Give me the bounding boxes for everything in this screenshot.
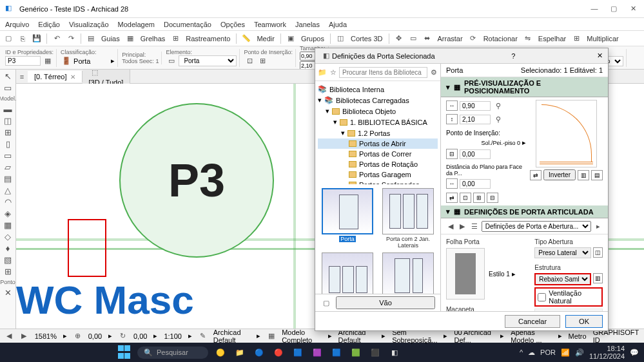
excel-icon[interactable]: 🟩 — [349, 345, 363, 359]
tree-carregadas[interactable]: ▾📚Bibliotecas Carregadas — [318, 95, 438, 106]
roof-tool[interactable]: △ — [1, 185, 14, 196]
pan-status-icon[interactable]: ⊕ — [73, 330, 82, 342]
elemento-select[interactable]: Porta — [179, 55, 237, 66]
tab-close-icon[interactable]: ✕ — [70, 73, 75, 81]
redo-icon[interactable]: ↷ — [65, 33, 77, 44]
menu-teamwork[interactable]: Teamwork — [254, 21, 286, 28]
slab-tool[interactable]: ▱ — [1, 162, 14, 173]
dlg-height[interactable] — [460, 115, 491, 124]
tree-interna[interactable]: 📚Biblioteca Interna — [318, 84, 438, 95]
vao-button[interactable]: Vão — [336, 296, 435, 309]
panel-def-header[interactable]: ▾▦DEFINIÇÕES DE PORTA ARTICULADA — [441, 205, 608, 218]
tray-cloud-icon[interactable]: ☁ — [528, 348, 535, 357]
wall-tool[interactable]: ▬ — [1, 104, 14, 115]
hotspot-tool[interactable]: ✕ — [1, 287, 14, 298]
dialog-close-button[interactable]: ✕ — [597, 52, 603, 60]
multiply-icon[interactable]: ⊞ — [571, 33, 582, 44]
tray-lang[interactable]: POR — [540, 348, 556, 356]
tipo-select[interactable]: Preso Lateral — [534, 247, 591, 258]
cancel-button[interactable]: Cancelar — [505, 315, 560, 328]
mesh-tool[interactable]: ⊞ — [1, 266, 14, 277]
cut3d-label[interactable]: Cortes 3D — [349, 35, 385, 43]
groups-label[interactable]: Grupos — [299, 35, 326, 43]
nav-list-icon[interactable]: ☰ — [470, 220, 479, 232]
width-icon[interactable]: ↔ — [446, 100, 458, 111]
element-icon[interactable]: ▭ — [166, 55, 177, 67]
outlook-icon[interactable]: 🟦 — [291, 345, 305, 359]
inverter-button2[interactable]: Inverter — [543, 169, 576, 180]
guides-icon[interactable]: ▤ — [85, 33, 97, 44]
menu-visualizacao[interactable]: Visualização — [69, 21, 109, 28]
measure-label[interactable]: Medir — [255, 35, 277, 43]
thumb-2jan-trav[interactable]: Porta com 2 Jan. Laterais e Travessa — [319, 252, 376, 294]
ventilacao-checkbox[interactable] — [538, 293, 546, 301]
save-icon[interactable]: 💾 — [31, 33, 43, 44]
door-tool[interactable]: ◫ — [1, 115, 14, 126]
scale-value[interactable]: 1:100 — [164, 332, 182, 340]
menu-documentacao[interactable]: Documentação — [164, 21, 211, 28]
subnav-more-icon[interactable]: ▸ — [594, 220, 603, 232]
new-icon[interactable]: ▢ — [3, 33, 14, 44]
zoom-in-icon[interactable]: ▶ — [20, 330, 28, 342]
rotate-icon[interactable]: ⟳ — [467, 33, 479, 44]
library-search-input[interactable] — [339, 67, 427, 78]
dist-input2[interactable] — [460, 179, 491, 189]
thumb-luz-lateral[interactable]: Porta com Luz Lateral no Lado 1 — [380, 252, 436, 294]
menu-janelas[interactable]: Janelas — [295, 21, 320, 28]
tray-chevron-icon[interactable]: ^ — [520, 348, 523, 356]
ventilacao-check-row[interactable]: Ventilação Natural — [534, 287, 603, 307]
link-icon2[interactable]: ⚲ — [493, 113, 504, 125]
tray-date[interactable]: 11/12/2024 — [589, 352, 625, 360]
explorer-icon[interactable]: 📁 — [233, 345, 247, 359]
multiply-label[interactable]: Multiplicar — [585, 35, 621, 43]
star-icon[interactable]: ☆ — [329, 66, 337, 78]
dist-icon2[interactable]: ↔ — [446, 178, 458, 189]
tray-notif-icon[interactable]: 💬 — [630, 348, 639, 357]
pen-set[interactable]: Archicad Default — [213, 329, 251, 344]
marquee-tool[interactable]: ▭ — [1, 82, 14, 93]
beam-tool[interactable]: ▭ — [1, 150, 14, 161]
tray-volume-icon[interactable]: 🔊 — [575, 348, 584, 357]
minimize-button[interactable]: — — [589, 5, 600, 13]
subnav-select[interactable]: Definições de Porta e Abertura... — [482, 221, 591, 232]
zoom-out-icon[interactable]: ◀ — [5, 330, 14, 342]
copilot-icon[interactable]: 🟡 — [213, 345, 228, 359]
link-icon[interactable]: ⚲ — [493, 100, 504, 111]
window-tool[interactable]: ⊞ — [1, 127, 14, 138]
nav-next-icon[interactable]: ▶ — [458, 220, 467, 232]
door-marker-circle[interactable]: P3 — [119, 103, 274, 258]
mirror-icon[interactable]: ⇋ — [522, 33, 534, 44]
sol-label[interactable]: Sol./Pei.-piso 0 — [482, 140, 521, 146]
thumb-2jan[interactable]: Porta com 2 Jan. Laterais — [380, 188, 436, 249]
tree-garagem[interactable]: Portas Garagem — [318, 169, 438, 180]
tree-objeto[interactable]: ▾Biblioteca Objeto — [318, 106, 438, 117]
dlg-width[interactable] — [460, 101, 491, 111]
orient-icon[interactable]: ↻ — [119, 330, 127, 342]
drag-label[interactable]: Arrastar — [436, 35, 465, 43]
flip-icon-r[interactable]: ⇄ — [446, 193, 458, 203]
tab-terreo[interactable]: [0. Térreo]✕ — [28, 71, 83, 82]
morph-tool[interactable]: ◇ — [1, 231, 14, 242]
sol-input[interactable] — [460, 149, 491, 159]
tab-menu-icon[interactable]: ≡ — [16, 71, 28, 82]
model-icon[interactable]: ▦ — [267, 330, 275, 342]
menu-opcoes[interactable]: Opções — [220, 21, 245, 28]
anchor-icon2[interactable]: ⊞ — [257, 55, 268, 67]
shell-tool[interactable]: ◠ — [1, 196, 14, 207]
estrutura-select[interactable]: Rebaixo Sambiado — [534, 273, 591, 285]
menu-ajuda[interactable]: Ajuda — [329, 21, 347, 28]
grid-label[interactable]: Grelhas — [139, 35, 168, 43]
close-button[interactable]: ✕ — [627, 5, 639, 13]
groups-icon[interactable]: ▣ — [285, 33, 297, 44]
curtain-tool[interactable]: ▦ — [1, 220, 14, 231]
sobre-select[interactable]: Sobre Batente — [534, 309, 603, 311]
tree-sanfonadas[interactable]: Portas Sanfonadas — [318, 180, 438, 184]
estilo-label[interactable]: Estilo 1 — [489, 271, 510, 278]
guides-label[interactable]: Guias — [99, 35, 122, 43]
thumb-porta[interactable]: Porta — [319, 188, 376, 249]
pen-icon[interactable]: ✎ — [199, 330, 207, 342]
app-icon2[interactable]: ⬛ — [368, 345, 382, 359]
open-icon[interactable]: ⎘ — [17, 33, 28, 44]
start-button[interactable] — [118, 345, 132, 359]
stair-tool[interactable]: ▤ — [1, 173, 14, 184]
